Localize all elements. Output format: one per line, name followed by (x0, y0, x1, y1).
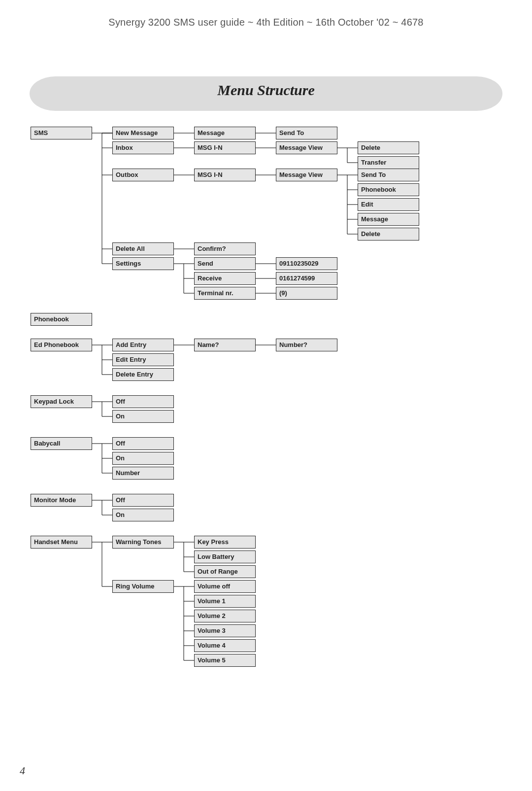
sms-settings-terminal-value: (9) (276, 287, 337, 300)
sms-inbox-delete: Delete (358, 141, 419, 154)
sms-settings: Settings (112, 257, 174, 270)
section-title: Menu Structure (30, 76, 502, 104)
sms-new-message-send-to: Send To (276, 127, 337, 139)
edpb-add-entry: Add Entry (112, 339, 174, 351)
wt-key-press: Key Press (194, 536, 256, 549)
babycall-off: Off (112, 437, 174, 450)
keypad-on: On (112, 410, 174, 423)
sms-outbox-message: Message (358, 213, 419, 226)
edpb-edit-entry: Edit Entry (112, 353, 174, 366)
sms-inbox-view: Message View (276, 141, 337, 154)
sms-settings-terminal: Terminal nr. (194, 287, 256, 300)
menu-handset-menu: Handset Menu (31, 536, 92, 549)
handset-warning-tones: Warning Tones (112, 536, 174, 549)
page: Synergy 3200 SMS user guide ~ 4th Editio… (0, 0, 532, 791)
sms-outbox-phonebook: Phonebook (358, 183, 419, 196)
menu-monitor-mode: Monitor Mode (31, 494, 92, 507)
menu-sms: SMS (31, 127, 92, 139)
sms-inbox: Inbox (112, 141, 174, 154)
rv-4: Volume 4 (194, 639, 256, 652)
sms-new-message: New Message (112, 127, 174, 139)
sms-delete-all: Delete All (112, 242, 174, 255)
sms-inbox-msg: MSG I-N (194, 141, 256, 154)
section-title-banner: Menu Structure (30, 76, 502, 111)
rv-1: Volume 1 (194, 595, 256, 608)
sms-settings-send: Send (194, 257, 256, 270)
edpb-delete-entry: Delete Entry (112, 368, 174, 381)
rv-2: Volume 2 (194, 610, 256, 622)
sms-outbox: Outbox (112, 169, 174, 181)
keypad-off: Off (112, 395, 174, 408)
sms-outbox-view: Message View (276, 169, 337, 181)
sms-settings-send-value: 09110235029 (276, 257, 337, 270)
rv-off: Volume off (194, 580, 256, 593)
sms-outbox-send-to: Send To (358, 169, 419, 181)
menu-keypad-lock: Keypad Lock (31, 395, 92, 408)
menu-ed-phonebook: Ed Phonebook (31, 339, 92, 351)
doc-header: Synergy 3200 SMS user guide ~ 4th Editio… (0, 17, 532, 28)
wt-out-of-range: Out of Range (194, 565, 256, 578)
sms-outbox-delete: Delete (358, 228, 419, 241)
menu-phonebook: Phonebook (31, 313, 92, 326)
edpb-name: Name? (194, 339, 256, 351)
menu-babycall: Babycall (31, 437, 92, 450)
page-number: 4 (20, 764, 25, 777)
edpb-number: Number? (276, 339, 337, 351)
rv-3: Volume 3 (194, 624, 256, 637)
babycall-number: Number (112, 467, 174, 480)
babycall-on: On (112, 452, 174, 465)
handset-ring-volume: Ring Volume (112, 580, 174, 593)
sms-new-message-message: Message (194, 127, 256, 139)
wt-low-battery: Low Battery (194, 550, 256, 563)
rv-5: Volume 5 (194, 654, 256, 667)
sms-settings-receive: Receive (194, 272, 256, 285)
sms-inbox-transfer: Transfer (358, 156, 419, 169)
sms-outbox-msg: MSG I-N (194, 169, 256, 181)
sms-settings-receive-value: 0161274599 (276, 272, 337, 285)
monitor-on: On (112, 509, 174, 521)
sms-delete-all-confirm: Confirm? (194, 242, 256, 255)
monitor-off: Off (112, 494, 174, 507)
sms-outbox-edit: Edit (358, 198, 419, 211)
